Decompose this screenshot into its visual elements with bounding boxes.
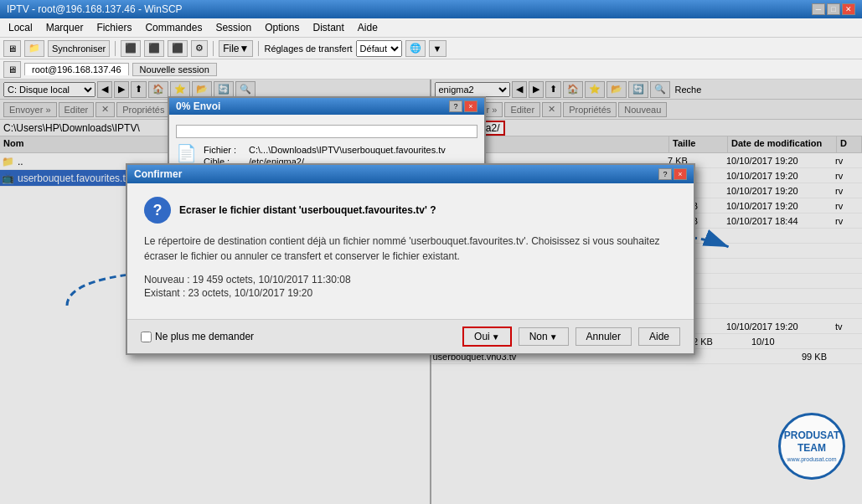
separator-1 [115, 41, 116, 56]
confirm-dialog-controls: ? × [658, 168, 687, 180]
menu-fichiers[interactable]: Fichiers [91, 20, 137, 35]
new-session-btn[interactable]: Nouvelle session [132, 63, 217, 76]
confirm-footer: Ne plus me demander Oui ▼ Non ▼ Annuler … [127, 319, 694, 353]
session-icon[interactable]: 🖥 [3, 61, 21, 78]
file-btn-label: File [223, 43, 239, 54]
non-btn-arrow: ▼ [550, 332, 558, 342]
non-btn-label: Non [529, 331, 548, 342]
annuler-btn[interactable]: Annuler [576, 327, 632, 346]
ne-plus-demander-text: Ne plus me demander [155, 331, 254, 342]
watermark-line2: TEAM [797, 442, 826, 455]
confirm-question: ? Ecraser le fichier distant 'userbouque… [144, 197, 677, 224]
maximize-btn[interactable]: □ [827, 3, 840, 15]
confirm-existant-row: Existant : 23 octets, 10/10/2017 19:20 [144, 287, 677, 299]
fichier-label: Fichier : [204, 145, 245, 155]
title-bar: IPTV - root@196.168.137.46 - WinSCP ─ □ … [0, 0, 862, 18]
confirm-question-text: Ecraser le fichier distant 'userbouquet.… [179, 204, 436, 216]
file-btn[interactable]: File ▼ [219, 40, 253, 57]
minimize-btn[interactable]: ─ [812, 3, 825, 15]
menu-session[interactable]: Session [210, 20, 256, 35]
fichier-value: C:\...\Downloads\IPTV\userbouquet.favour… [249, 145, 446, 155]
file-icon-transfer: 📄 [176, 143, 197, 163]
menu-aide[interactable]: Aide [353, 20, 383, 35]
oui-btn-label: Oui [474, 331, 490, 342]
main-toolbar: 🖥 📁 Synchroniser ⬛ ⬛ ⬛ ⚙ File ▼ Réglages… [0, 38, 862, 59]
confirm-close-btn[interactable]: × [674, 168, 687, 180]
confirm-details: Nouveau : 19 459 octets, 10/10/2017 11:3… [144, 274, 677, 299]
transfer-dialog-title: 0% Envoi ? × [169, 98, 484, 115]
nouveau-value: 19 459 octets, 10/10/2017 11:30:08 [193, 274, 351, 285]
reglages-label: Réglages de transfert [264, 44, 352, 54]
main-area: C: Disque local ◀ ▶ ⬆ 🏠 ⭐ 📂 🔄 🔍 Envoyer … [0, 80, 862, 504]
watermark-circle: PRODUSAT TEAM www.produsat.com [778, 413, 845, 480]
watermark: PRODUSAT TEAM www.produsat.com [778, 413, 845, 480]
ne-plus-demander-label[interactable]: Ne plus me demander [141, 331, 456, 342]
separator-3 [258, 41, 259, 56]
toolbar-icon-btn-2[interactable]: 📁 [24, 40, 44, 57]
toolbar-icon-btn-8[interactable]: ▼ [429, 40, 446, 57]
non-btn[interactable]: Non ▼ [519, 327, 569, 346]
confirm-nouveau-row: Nouveau : 19 459 octets, 10/10/2017 11:3… [144, 274, 677, 285]
toolbar-icon-btn-4[interactable]: ⬛ [144, 40, 164, 57]
confirm-help-btn[interactable]: ? [658, 168, 672, 180]
toolbar-icon-btn-3[interactable]: ⬛ [121, 40, 141, 57]
transfer-help-btn[interactable]: ? [449, 100, 462, 112]
progress-bar-container [176, 125, 477, 138]
toolbar-icon-btn-5[interactable]: ⬛ [168, 40, 188, 57]
toolbar-icon-btn-1[interactable]: 🖥 [3, 40, 21, 57]
transfer-close-btn[interactable]: × [464, 100, 477, 112]
file-btn-arrow: ▼ [240, 43, 250, 54]
confirm-dialog: Confirmer ? × ? Ecraser le fichier dista… [126, 163, 695, 355]
separator-2 [213, 41, 214, 56]
menu-marquer[interactable]: Marquer [41, 20, 89, 35]
confirm-description: Le répertoire de destination contient dé… [144, 234, 677, 264]
watermark-line1: PRODUSAT [784, 429, 839, 443]
synchroniser-btn[interactable]: Synchroniser [48, 40, 110, 57]
close-btn[interactable]: ✕ [842, 3, 855, 15]
menu-bar: Local Marquer Fichiers Commandes Session… [0, 18, 862, 38]
transfer-title-text: 0% Envoi [176, 100, 220, 112]
existant-label: Existant : [144, 287, 185, 299]
aide-btn[interactable]: Aide [638, 327, 680, 346]
menu-distant[interactable]: Distant [307, 20, 348, 35]
reglages-select[interactable]: Défaut [356, 40, 402, 57]
toolbar-icon-btn-7[interactable]: 🌐 [405, 40, 426, 57]
ne-plus-demander-checkbox[interactable] [141, 332, 152, 342]
menu-local[interactable]: Local [3, 20, 38, 35]
oui-btn[interactable]: Oui ▼ [462, 327, 512, 347]
confirm-body: ? Ecraser le fichier distant 'userbouque… [127, 183, 694, 319]
confirm-title-bar: Confirmer ? × [127, 165, 694, 183]
toolbar-icon-btn-6[interactable]: ⚙ [191, 40, 208, 57]
transfer-dialog-controls: ? × [449, 100, 477, 112]
watermark-url: www.produsat.com [787, 455, 836, 463]
question-icon: ? [144, 197, 171, 224]
session-bar: 🖥 root@196.168.137.46 Nouvelle session [0, 59, 862, 80]
menu-options[interactable]: Options [260, 20, 304, 35]
menu-commandes[interactable]: Commandes [140, 20, 207, 35]
session-tab[interactable]: root@196.168.137.46 [24, 63, 129, 75]
title-text: IPTV - root@196.168.137.46 - WinSCP [7, 3, 183, 15]
transfer-fichier-field: Fichier : C:\...\Downloads\IPTV\userbouq… [204, 145, 446, 155]
oui-btn-arrow: ▼ [492, 332, 500, 342]
existant-value: 23 octets, 10/10/2017 19:20 [188, 287, 312, 299]
window-controls: ─ □ ✕ [812, 3, 855, 15]
confirm-title-text: Confirmer [134, 168, 182, 180]
nouveau-label: Nouveau : [144, 274, 190, 285]
